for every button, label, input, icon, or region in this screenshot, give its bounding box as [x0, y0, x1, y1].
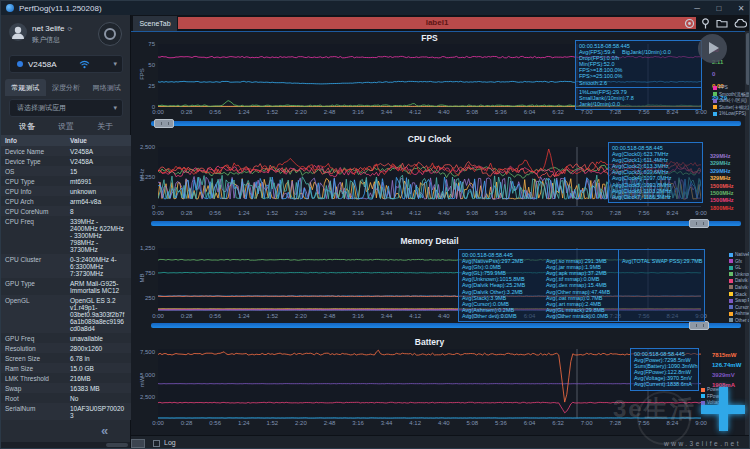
info-table-row: GPU TypeARM Mali-G925-Immortalis MC12 [1, 278, 131, 295]
info-value: 8 [66, 206, 131, 216]
vscrollbar-handle[interactable] [746, 33, 750, 85]
tab-network-test[interactable]: 网络测试 [86, 79, 127, 96]
plot-fps[interactable] [158, 44, 701, 107]
info-value: V2458A [66, 156, 131, 166]
legend-item[interactable]: Cursor [729, 305, 749, 310]
sidebar: net 3elife⟳ 账户信息 V2458A ▾ 常规测试 深度分析 网络测试… [1, 15, 131, 449]
label-marker-bar[interactable]: label1 [178, 17, 696, 29]
info-table-row: Swap16383 MB [1, 383, 131, 393]
info-value: 0-3:2400MHz 4-6:3300MHz 7:3730MHz [66, 254, 131, 278]
account-info-link[interactable]: 账户信息 [32, 35, 60, 45]
play-button[interactable] [698, 34, 727, 63]
legend-item[interactable]: Stack [729, 292, 749, 297]
info-table-row: GPU Frequnavailable [1, 333, 131, 343]
legend-memory-detail: NativePssGfxGLUnknownDalvik HeapDalvik O… [729, 252, 749, 325]
device-info-table: Info Value Device NameV2458ADevice TypeV… [1, 135, 131, 420]
maximize-button[interactable]: □ [713, 4, 725, 13]
info-value: 10AF3U0SP700203 [66, 403, 131, 420]
legend-item[interactable]: Other dev [729, 318, 749, 323]
avatar [9, 23, 27, 41]
info-table-header: Info Value [1, 135, 131, 146]
legend-item[interactable]: Ashmem [729, 311, 749, 316]
scene-tab[interactable]: SceneTab [133, 16, 177, 31]
legend-item[interactable]: Unknown [729, 272, 749, 277]
app-select-placeholder: 请选择测试应用 [17, 103, 66, 113]
legend-swatch-icon [729, 312, 733, 316]
info-table-row: OpenGLOpenGL ES 3.2 v1.r49p1-03bet0.9a30… [1, 295, 131, 333]
legend-item[interactable]: GL [729, 265, 749, 270]
log-checkbox[interactable] [153, 440, 160, 447]
info-key: CPU Info [1, 186, 66, 196]
info-value: 6.78 in [66, 353, 131, 363]
tab-deep-analysis[interactable]: 深度分析 [46, 79, 87, 96]
info-table-row: Device TypeV2458A [1, 156, 131, 166]
cloud-icon[interactable] [734, 19, 747, 28]
info-value: 16383 MB [66, 383, 131, 393]
legend-item[interactable]: Dalvik Other [729, 285, 749, 290]
legend-swatch-icon [729, 292, 733, 296]
legend-fps: FPSSmooth(流畅度)Jank(个/区间)Stutter(卡顿比)1%Lo… [713, 85, 750, 118]
scene-tabbar: SceneTab label1 [131, 15, 750, 31]
value-col-header: Value [66, 135, 131, 146]
app-select[interactable]: 请选择测试应用 ▾ [9, 99, 123, 117]
plot-battery[interactable] [158, 349, 701, 419]
info-value: 216MB [66, 373, 131, 383]
info-key: Device Type [1, 156, 66, 166]
folder-icon[interactable] [716, 18, 728, 28]
perfdog-window: PerfDog(v11.1.250208) ─ □ ✕ net 3elife⟳ … [0, 0, 750, 449]
info-key: GPU Freq [1, 333, 66, 343]
legend-item[interactable]: Jank(个/区间) [713, 98, 750, 103]
info-value: ARM Mali-G925-Immortalis MC12 [66, 278, 131, 295]
info-value: mt6991 [66, 176, 131, 186]
tab-normal-test[interactable]: 常规测试 [5, 79, 46, 96]
legend-item[interactable]: Gfx [729, 259, 749, 264]
info-value: 339MHz - 2400MHz 622MHz - 3300MHz 798MHz… [66, 216, 131, 254]
titlebar: PerfDog(v11.1.250208) ─ □ ✕ [1, 1, 750, 15]
plot-cpu-clock[interactable] [158, 147, 701, 207]
plot-memory-detail[interactable] [158, 248, 701, 311]
info-value: arm64-v8a [66, 196, 131, 206]
info-col-header: Info [1, 135, 66, 146]
window-title: PerfDog(v11.1.250208) [19, 4, 102, 13]
info-key: CPU Type [1, 176, 66, 186]
info-key: OpenGL [1, 295, 66, 333]
collapse-sidebar-button[interactable]: « [101, 423, 106, 438]
device-select[interactable]: V2458A ▾ [9, 55, 123, 73]
info-table-row: CPU Cluster0-3:2400MHz 4-6:3300MHz 7:373… [1, 254, 131, 278]
legend-swatch-icon [729, 266, 733, 270]
legend-swatch-icon [729, 253, 733, 257]
pin-icon[interactable] [701, 18, 710, 29]
chevron-down-icon: ▾ [113, 104, 117, 112]
legend-swatch-icon [729, 318, 733, 322]
info-key: CPU Cluster [1, 254, 66, 278]
info-table-row: CPU Typemt6991 [1, 176, 131, 186]
info-value: V2458A [66, 146, 131, 156]
info-table-row: CPU Freq339MHz - 2400MHz 622MHz - 3300MH… [1, 216, 131, 254]
legend-swatch-icon [713, 112, 717, 116]
info-key: CPU Arch [1, 196, 66, 206]
info-table-row: Device NameV2458A [1, 146, 131, 156]
info-key: Swap [1, 383, 66, 393]
info-table-row: CPU CoreNum8 [1, 206, 131, 216]
legend-item[interactable]: 1%Low(FPS) [713, 111, 750, 116]
info-key: Root [1, 393, 66, 403]
timeline-scroll-handle[interactable] [131, 439, 145, 448]
legend-item[interactable]: Smooth(流畅度) [713, 92, 750, 97]
legend-item[interactable]: Swap PSS [729, 298, 749, 303]
record-button[interactable] [98, 22, 122, 46]
info-value: unknown [66, 186, 131, 196]
username: net 3elife⟳ [32, 24, 73, 33]
legend-item[interactable]: FPS [713, 85, 750, 90]
legend-swatch-icon [713, 99, 717, 103]
legend-item[interactable]: Stutter(卡顿比) [713, 105, 750, 110]
info-table-row: OS15 [1, 166, 131, 176]
close-button[interactable]: ✕ [735, 4, 747, 13]
minimize-button[interactable]: ─ [691, 4, 703, 13]
sidebar-hscrollbar[interactable] [1, 442, 130, 448]
info-table-row: Resolution2800x1260 [1, 343, 131, 353]
info-value: unavailable [66, 333, 131, 343]
target-icon[interactable] [684, 18, 695, 29]
legend-item[interactable]: Dalvik Heap [729, 278, 749, 283]
legend-item[interactable]: NativePss [729, 252, 749, 257]
info-value: 2800x1260 [66, 343, 131, 353]
